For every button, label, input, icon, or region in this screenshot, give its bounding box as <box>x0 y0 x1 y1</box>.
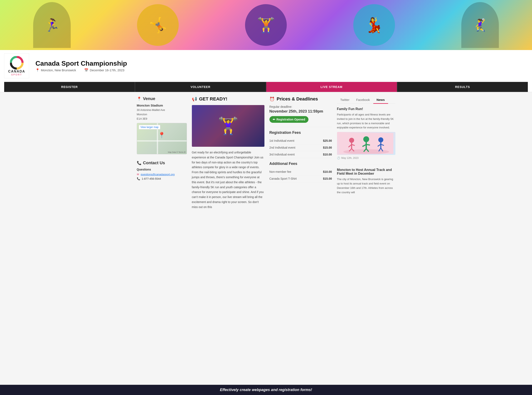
calendar-icon: 📅 <box>84 68 89 72</box>
venue-section: 📍 Venue Moncton Stadium 30 Antonine-Mail… <box>137 96 187 154</box>
logo-box: CANADA SPORT <box>4 53 29 78</box>
contact-phone-icon: 📞 <box>137 177 140 180</box>
fee-row-2: 2nd Individual event $15.00 <box>269 144 332 151</box>
main-layout: 📍 Venue Moncton Stadium 30 Antonine-Mail… <box>133 92 399 214</box>
svg-point-16 <box>378 137 383 142</box>
venue-name: Moncton Stadium <box>137 104 187 107</box>
contact-phone-item: 📞 1-877-456-5544 <box>137 177 187 180</box>
venue-icon: 📍 <box>137 97 141 101</box>
map-view-larger[interactable]: View larger map <box>139 125 160 129</box>
email-icon: ✉ <box>137 173 139 176</box>
event-date: 📅 December 16-17th, 2023 <box>84 68 124 72</box>
register-button[interactable]: REGISTER <box>4 82 135 92</box>
event-title: Canada Sport Championship <box>35 60 528 67</box>
contact-section: 📞 Contact Us Questions ✉ questions@canad… <box>137 160 187 180</box>
fee-row-1: 1st Individual event $25.00 <box>269 137 332 144</box>
live-stream-button[interactable]: LIVE STREAM <box>266 82 397 92</box>
event-title-group: Canada Sport Championship 📍 Moncton, New… <box>35 60 528 72</box>
event-header-top: CANADA SPORT Canada Sport Championship 📍… <box>4 50 528 82</box>
event-date-text: December 16-17th, 2023 <box>90 68 124 72</box>
hero-circle-1: 🤸 <box>137 4 179 46</box>
news-title-1: Family Fun Run! <box>337 107 395 111</box>
contact-email[interactable]: questions@canadasport.org <box>141 173 175 176</box>
news-text-1: Participants of all ages and fitness lev… <box>337 113 395 130</box>
news-title-2: Moncton to Host Annual Track and Field M… <box>337 168 395 176</box>
news-image-svg-1 <box>339 133 393 154</box>
prices-section: ⏰ Prices & Deadlines Regular deadline: N… <box>269 96 332 210</box>
contact-phone: 1-877-456-5544 <box>142 177 161 180</box>
volunteer-button[interactable]: VOLUNTEER <box>135 82 266 92</box>
tab-news[interactable]: News <box>373 96 388 104</box>
fee-label-additional-1: Non-member fee <box>269 170 291 173</box>
hero-circle-2: 🏋️ <box>245 4 287 46</box>
fee-label-additional-2: Canada Sport T-Shirt <box>269 177 297 180</box>
prices-header: ⏰ Prices & Deadlines <box>269 96 332 102</box>
pencil-icon: ✏ <box>273 118 275 121</box>
event-nav: REGISTER VOLUNTEER LIVE STREAM RESULTS <box>4 82 528 92</box>
hero-athlete-2: 🤾‍♀️ <box>461 2 499 48</box>
fee-amount-additional-2: $15.00 <box>323 177 332 180</box>
fee-label-3: 3rd Individual event <box>269 153 295 156</box>
registration-badge: ✏ Registration Opened <box>269 116 309 123</box>
deadline-date: November 25th, 2023 11:59pm <box>269 109 332 114</box>
logo-canada-text: CANADA <box>8 70 25 73</box>
clock-small-icon: 🕐 <box>337 157 340 159</box>
map-copyright: Map Data © Terms ⚙ <box>168 151 186 153</box>
news-text-2: The city of Moncton, New Brunswick is ge… <box>337 177 395 194</box>
hero-circle-3: 💃 <box>353 4 395 46</box>
event-header: CANADA SPORT Canada Sport Championship 📍… <box>0 50 532 92</box>
news-date-1: 🕐 May 12th, 2023 <box>337 157 395 159</box>
event-location: 📍 Moncton, New Brunswick <box>35 68 76 72</box>
fee-row-3: 3rd Individual event $10.00 <box>269 151 332 158</box>
svg-point-1 <box>14 60 20 66</box>
questions-label: Questions <box>137 168 187 171</box>
fee-amount-1: $25.00 <box>323 139 332 142</box>
get-ready-body: Get ready for an electrifying and unforg… <box>192 150 264 210</box>
center-content: 📢 GET READY! 🏋️‍♀️ Get ready for an elec… <box>192 96 264 210</box>
hero-section: 🏃‍♀️ 🤸 🏋️ 💃 🤾‍♀️ <box>0 0 532 50</box>
logo-ring <box>10 56 24 70</box>
right-sidebar: Twitter Facebook News Family Fun Run! Pa… <box>337 96 395 210</box>
news-card-1: Family Fun Run! Participants of all ages… <box>337 107 395 159</box>
fee-label-2: 2nd Individual event <box>269 146 295 149</box>
get-ready-image: 🏋️‍♀️ <box>192 105 264 147</box>
fee-amount-3: $10.00 <box>323 153 332 156</box>
location-icon: 📍 <box>35 68 40 72</box>
phone-icon: 📞 <box>137 161 141 165</box>
news-divider <box>337 165 395 165</box>
results-button[interactable]: RESULTS <box>397 82 528 92</box>
news-card-2: Moncton to Host Annual Track and Field M… <box>337 168 395 194</box>
contact-email-item: ✉ questions@canadasport.org <box>137 173 187 176</box>
fee-amount-additional-1: $10.00 <box>323 170 332 173</box>
contact-title: 📞 Contact Us <box>137 160 187 165</box>
svg-line-13 <box>366 144 370 145</box>
venue-address: 30 Antonine-Maillet Ave Moncton E1A 3E9 <box>137 108 187 121</box>
fee-row-additional-1: Non-member fee $10.00 <box>269 168 332 175</box>
tab-facebook[interactable]: Facebook <box>353 96 373 103</box>
event-meta: 📍 Moncton, New Brunswick 📅 December 16-1… <box>35 68 528 72</box>
megaphone-icon: 📢 <box>192 97 197 102</box>
left-sidebar: 📍 Venue Moncton Stadium 30 Antonine-Mail… <box>137 96 187 210</box>
fees-title: Registration Fees <box>269 127 332 135</box>
svg-point-10 <box>363 136 369 142</box>
fee-amount-2: $15.00 <box>323 146 332 149</box>
map-container: View larger map 📍 Map Data © Terms ⚙ <box>137 123 187 154</box>
clock-icon: ⏰ <box>269 97 275 102</box>
logo-sport-text: SPORT <box>11 73 22 76</box>
get-ready-header: 📢 GET READY! <box>192 96 264 102</box>
map-road-horizontal <box>137 140 187 142</box>
fee-label-1: 1st Individual event <box>269 139 294 142</box>
news-image-1 <box>337 132 395 155</box>
map-pin-icon: 📍 <box>158 132 165 139</box>
fee-row-additional-2: Canada Sport T-Shirt $15.00 <box>269 175 332 182</box>
event-location-text: Moncton, New Brunswick <box>41 68 76 72</box>
social-tabs: Twitter Facebook News <box>337 96 395 104</box>
svg-point-4 <box>349 138 354 143</box>
hero-athlete-1: 🏃‍♀️ <box>33 2 71 48</box>
additional-fees-title: Additional Fees <box>269 158 332 166</box>
tab-twitter[interactable]: Twitter <box>337 96 353 103</box>
venue-title: 📍 Venue <box>137 96 187 101</box>
deadline-label: Regular deadline: <box>269 105 332 108</box>
